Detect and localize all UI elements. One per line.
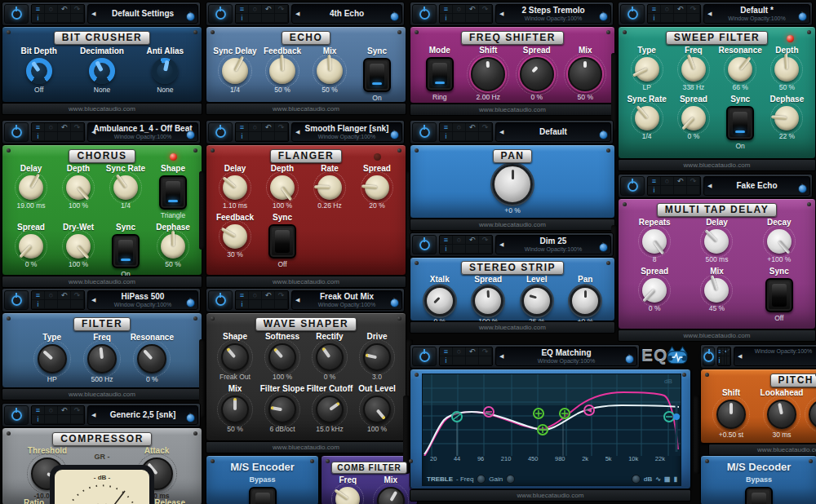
bypass-switch[interactable] xyxy=(249,487,277,504)
menu-icon[interactable]: ≡ xyxy=(440,236,453,245)
footer-link[interactable]: www.bluecataudio.com xyxy=(2,103,202,115)
bluecat-badge-icon[interactable] xyxy=(186,413,195,422)
undo-icon[interactable]: ↶ xyxy=(674,177,687,186)
db-toggle-button[interactable]: dB xyxy=(644,475,653,483)
outlevel-control[interactable]: Out Level 100 % xyxy=(353,384,401,433)
redo-icon[interactable]: ↷ xyxy=(687,5,700,14)
footer-link[interactable]: www.bluecataudio.com xyxy=(206,276,406,288)
bluecat-badge-icon[interactable] xyxy=(390,12,399,21)
bluecat-badge-icon[interactable] xyxy=(599,243,608,252)
prev-preset-arrow[interactable]: ◀ xyxy=(707,11,712,17)
power-button[interactable] xyxy=(412,347,437,366)
bluecat-badge-icon[interactable] xyxy=(599,12,608,21)
filterslope-control[interactable]: Filter Slope 6 dB/oct xyxy=(259,384,306,433)
softness-knob[interactable] xyxy=(268,343,296,371)
shape-switch[interactable] xyxy=(159,175,187,210)
rate-control[interactable]: Rate 0.26 Hz xyxy=(306,164,353,210)
mix-knob[interactable] xyxy=(704,278,729,303)
mix-knob[interactable] xyxy=(568,57,602,91)
level-control[interactable]: Level 25 % xyxy=(512,275,561,325)
footer-link[interactable]: www.bluecataudio.com xyxy=(206,441,406,453)
dephase-knob[interactable] xyxy=(161,234,185,259)
bluecat-badge-icon[interactable] xyxy=(625,355,634,364)
dephase-control[interactable]: Dephase 22 % xyxy=(764,95,810,140)
redo-icon[interactable]: ↷ xyxy=(687,177,700,186)
redo-icon[interactable]: ↷ xyxy=(275,5,288,14)
menu-icon[interactable]: ≡ xyxy=(648,5,661,14)
output-mini-knob[interactable] xyxy=(632,475,641,484)
drywet-knob[interactable] xyxy=(66,234,91,259)
info-icon[interactable]: i xyxy=(236,300,249,309)
redo-icon[interactable]: ↷ xyxy=(71,5,84,14)
drive-knob[interactable] xyxy=(363,343,391,371)
info-icon[interactable]: i xyxy=(440,245,453,254)
sync-control[interactable]: Sync On xyxy=(102,223,149,278)
rectify-knob[interactable] xyxy=(316,343,344,371)
delay-control[interactable]: Delay 1.10 ms xyxy=(211,164,259,210)
feedback-control[interactable]: Feedback 50 % xyxy=(259,46,306,94)
redo-icon[interactable]: ↷ xyxy=(275,123,288,132)
outlevel-knob[interactable] xyxy=(363,396,391,423)
preset-selector[interactable]: ◀ HiPass 500 Window Opacity:100% ▶ xyxy=(87,290,198,310)
bluecat-badge-icon[interactable] xyxy=(798,184,807,193)
redo-icon[interactable]: ↷ xyxy=(479,347,492,356)
preset-selector[interactable]: ◀ EQ Matching Window Opacity:100% ▶ xyxy=(495,347,637,366)
undo-icon[interactable]: ↶ xyxy=(262,123,275,132)
prev-preset-arrow[interactable]: ◀ xyxy=(295,297,299,303)
depth-knob[interactable] xyxy=(270,175,295,200)
curve-view-icon[interactable]: ∿ xyxy=(655,475,661,483)
eq-node[interactable] xyxy=(452,412,462,422)
delay-knob[interactable] xyxy=(223,175,247,200)
syncrate-control[interactable]: Sync Rate 1/4 xyxy=(102,164,149,210)
sync-control[interactable]: Sync Off xyxy=(748,267,810,322)
eq-node[interactable] xyxy=(534,409,543,418)
undo-icon[interactable]: ↶ xyxy=(262,291,275,300)
preset-selector[interactable]: ◀ Default ▶ xyxy=(495,122,611,142)
redo-icon[interactable]: ↷ xyxy=(275,291,288,300)
sync-switch[interactable] xyxy=(268,224,296,259)
prev-preset-arrow[interactable]: ◀ xyxy=(499,129,503,135)
antialias-control[interactable]: Anti Alias None xyxy=(134,46,197,94)
bitdepth-control[interactable]: Bit Depth Off xyxy=(7,46,70,94)
syncdelay-knob[interactable] xyxy=(222,58,248,84)
bluecat-badge-icon[interactable] xyxy=(186,130,195,139)
type-knob[interactable] xyxy=(38,344,67,374)
decay-control[interactable]: Decay +100 % xyxy=(748,218,810,263)
resonance-control[interactable]: Resonance 0 % xyxy=(127,333,177,383)
mix-control[interactable]: Mix 50 % xyxy=(561,46,610,101)
circle-icon[interactable]: ○ xyxy=(661,5,674,14)
rate-knob[interactable] xyxy=(317,175,342,200)
bluecat-badge-icon[interactable] xyxy=(390,298,399,307)
circle-icon[interactable]: ○ xyxy=(661,177,674,186)
shift-knob[interactable] xyxy=(471,57,505,91)
type-control[interactable]: Type LP xyxy=(623,46,670,91)
shift-knob[interactable] xyxy=(716,400,746,429)
zoom-slider-handle[interactable] xyxy=(673,413,680,420)
bluecat-badge-icon[interactable] xyxy=(390,130,399,139)
mode-control[interactable]: Mode Ring xyxy=(415,46,464,101)
spread-knob[interactable] xyxy=(642,278,667,303)
clipped-control[interactable] xyxy=(807,388,816,429)
circle-icon[interactable]: ○ xyxy=(453,236,466,245)
prev-preset-arrow[interactable]: ◀ xyxy=(738,353,742,360)
footer-link[interactable]: www.bluecataudio.com xyxy=(708,444,816,456)
bluecat-badge-icon[interactable] xyxy=(186,298,195,307)
spread-knob[interactable] xyxy=(681,106,706,130)
power-button[interactable] xyxy=(4,4,29,24)
spread-control[interactable]: Spread 0 % xyxy=(670,95,716,140)
mode-switch[interactable] xyxy=(426,57,454,91)
circle-icon[interactable]: ○ xyxy=(453,123,466,132)
freq-control[interactable]: Freq xyxy=(326,475,370,504)
spread-knob[interactable] xyxy=(365,175,389,200)
sync-switch[interactable] xyxy=(726,106,754,140)
spread-control[interactable]: Spread 0 % xyxy=(623,267,685,312)
level-knob[interactable] xyxy=(521,285,552,316)
preset-selector[interactable]: ◀ Dim 25 Window Opacity:100% ▶ xyxy=(495,235,611,254)
sync-switch[interactable] xyxy=(765,278,793,312)
repeats-control[interactable]: Repeats 8 xyxy=(623,218,685,263)
clipped-knob[interactable] xyxy=(809,400,816,429)
sync-control[interactable]: Sync On xyxy=(717,95,764,150)
grid-view-icon[interactable]: ▦ xyxy=(664,475,671,483)
prev-preset-arrow[interactable]: ◀ xyxy=(499,353,503,360)
undo-icon[interactable]: ↶ xyxy=(466,123,479,132)
